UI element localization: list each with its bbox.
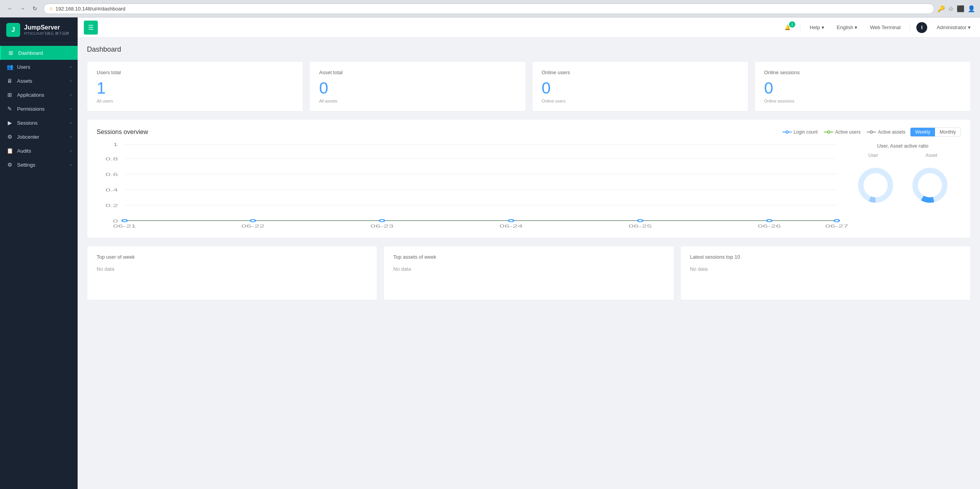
legend-active-assets-label: Active assets bbox=[878, 129, 905, 135]
sessions-chevron-icon: › bbox=[70, 121, 71, 125]
weekly-button[interactable]: Weekly bbox=[911, 128, 935, 136]
sidebar-item-sessions[interactable]: ▶ Sessions › bbox=[0, 116, 78, 130]
sidebar-label-sessions: Sessions bbox=[17, 120, 38, 126]
sidebar-label-jobcenter: Jobcenter bbox=[17, 134, 39, 140]
applications-nav-icon: ⊞ bbox=[6, 92, 13, 98]
terminal-label: Web Terminal bbox=[870, 24, 900, 30]
help-menu[interactable]: Help ▾ bbox=[807, 23, 827, 32]
svg-text:0.4: 0.4 bbox=[106, 188, 118, 192]
security-warning: ⚠ bbox=[49, 6, 53, 11]
account-icon[interactable]: 👤 bbox=[968, 5, 975, 12]
content-area: ☰ 🔔 1 Help ▾ English ▾ Web Terminal bbox=[78, 17, 980, 489]
stat-sub-users-total: All users bbox=[97, 99, 293, 103]
sidebar-logo: J JumpServer FIT2CLOUD飞致云 旗下品牌 bbox=[0, 17, 78, 43]
top-header: ☰ 🔔 1 Help ▾ English ▾ Web Terminal bbox=[78, 17, 980, 38]
svg-point-21 bbox=[509, 219, 514, 222]
svg-point-24 bbox=[834, 219, 840, 222]
sidebar-item-assets[interactable]: 🖥 Assets › bbox=[0, 74, 78, 88]
user-donut-chart bbox=[856, 166, 895, 205]
sidebar-item-settings[interactable]: ⚙ Settings › bbox=[0, 158, 78, 172]
svg-text:0: 0 bbox=[113, 219, 118, 223]
page-title: Dashboard bbox=[87, 45, 971, 54]
bottom-card-latest-sessions: Latest sessions top 10 No data bbox=[680, 246, 971, 300]
help-label: Help bbox=[810, 24, 820, 30]
sidebar-label-applications: Applications bbox=[17, 92, 44, 98]
extensions-icon[interactable]: ⬛ bbox=[957, 5, 964, 12]
ratio-labels: User Asset bbox=[845, 153, 961, 158]
divider-1 bbox=[800, 24, 800, 31]
user-ratio-label: User bbox=[868, 153, 878, 158]
sidebar-item-dashboard[interactable]: ⊞ Dashboard › bbox=[0, 46, 78, 60]
web-terminal-button[interactable]: Web Terminal bbox=[867, 23, 904, 32]
logo-sub: FIT2CLOUD飞致云 旗下品牌 bbox=[24, 31, 69, 36]
stat-card-online-sessions: Online sessions 0 Online sessions bbox=[755, 61, 971, 111]
address-bar[interactable]: ⚠ 192.168.10.148/ui/#/dashboard bbox=[43, 3, 934, 14]
svg-text:06-21: 06-21 bbox=[113, 224, 136, 228]
language-menu[interactable]: English ▾ bbox=[834, 23, 861, 32]
sidebar-item-applications[interactable]: ⊞ Applications › bbox=[0, 88, 78, 102]
audits-nav-icon: 📋 bbox=[6, 148, 13, 154]
logo-icon: J bbox=[6, 23, 20, 37]
user-menu[interactable]: Administrator ▾ bbox=[933, 23, 974, 32]
sidebar-label-settings: Settings bbox=[17, 162, 35, 168]
browser-chrome: ← → ↻ ⚠ 192.168.10.148/ui/#/dashboard 🔑 … bbox=[0, 0, 980, 17]
bottom-cards: Top user of week No data Top assets of w… bbox=[87, 246, 971, 300]
legend-active-users-label: Active users bbox=[835, 129, 860, 135]
app-container: J JumpServer FIT2CLOUD飞致云 旗下品牌 ⊞ Dashboa… bbox=[0, 17, 980, 489]
donut-charts bbox=[845, 162, 961, 209]
svg-text:06-27: 06-27 bbox=[825, 224, 848, 228]
logo-name: JumpServer bbox=[24, 24, 69, 31]
svg-point-18 bbox=[122, 219, 127, 222]
user-label: Administrator bbox=[937, 24, 966, 30]
sidebar: J JumpServer FIT2CLOUD飞致云 旗下品牌 ⊞ Dashboa… bbox=[0, 17, 78, 489]
sidebar-label-dashboard: Dashboard bbox=[18, 50, 43, 56]
svg-text:1: 1 bbox=[113, 142, 118, 147]
nav-left-assets: 🖥 Assets bbox=[6, 78, 32, 84]
nav-left-jobcenter: ⚙ Jobcenter bbox=[6, 134, 39, 140]
audits-chevron-icon: › bbox=[70, 149, 71, 153]
sessions-nav-icon: ▶ bbox=[6, 120, 13, 126]
monthly-button[interactable]: Monthly bbox=[935, 128, 961, 136]
users-chevron-icon: › bbox=[70, 65, 71, 69]
sessions-title: Sessions overview bbox=[97, 129, 148, 136]
stat-value-online-users: 0 bbox=[542, 80, 739, 96]
stat-title-online-sessions: Online sessions bbox=[764, 70, 961, 75]
applications-chevron-icon: › bbox=[70, 93, 71, 97]
svg-point-5 bbox=[870, 131, 872, 133]
star-icon[interactable]: ☆ bbox=[948, 5, 954, 12]
stat-value-asset-total: 0 bbox=[319, 80, 516, 96]
notifications-button[interactable]: 🔔 1 bbox=[781, 23, 794, 32]
line-chart: 0 0.2 0.4 0.6 0.8 1 bbox=[97, 143, 837, 230]
svg-point-1 bbox=[786, 131, 788, 133]
svg-point-19 bbox=[250, 219, 255, 222]
forward-button[interactable]: → bbox=[17, 3, 28, 14]
logo-text: JumpServer FIT2CLOUD飞致云 旗下品牌 bbox=[24, 24, 69, 36]
jobcenter-nav-icon: ⚙ bbox=[6, 134, 13, 140]
divider-2 bbox=[910, 24, 910, 31]
sidebar-item-jobcenter[interactable]: ⚙ Jobcenter › bbox=[0, 130, 78, 144]
svg-point-20 bbox=[380, 219, 385, 222]
stat-value-users-total: 1 bbox=[97, 80, 293, 96]
legend-active-assets: Active assets bbox=[867, 129, 905, 135]
chart-legend: Login count Active users Active assets bbox=[782, 129, 905, 135]
svg-text:06-22: 06-22 bbox=[241, 224, 265, 228]
svg-point-23 bbox=[767, 219, 772, 222]
stat-card-online-users: Online users 0 Online users bbox=[532, 61, 748, 111]
reload-button[interactable]: ↻ bbox=[29, 3, 40, 14]
menu-toggle[interactable]: ☰ bbox=[84, 21, 98, 35]
back-button[interactable]: ← bbox=[5, 3, 16, 14]
sidebar-item-audits[interactable]: 📋 Audits › bbox=[0, 144, 78, 158]
nav-left-permissions: ✎ Permissions bbox=[6, 106, 45, 112]
sessions-controls: Login count Active users Active assets bbox=[782, 127, 961, 137]
url-text: 192.168.10.148/ui/#/dashboard bbox=[56, 6, 125, 12]
no-data-top-user-week: No data bbox=[97, 266, 368, 272]
sidebar-item-permissions[interactable]: ✎ Permissions › bbox=[0, 102, 78, 116]
dashboard-nav-icon: ⊞ bbox=[7, 50, 14, 56]
stat-sub-asset-total: All assets bbox=[319, 99, 516, 103]
ratio-title: User, Asset active ratio bbox=[845, 143, 961, 149]
language-label: English bbox=[837, 24, 853, 30]
stat-title-online-users: Online users bbox=[542, 70, 739, 75]
sidebar-label-permissions: Permissions bbox=[17, 106, 45, 112]
nav-left-sessions: ▶ Sessions bbox=[6, 120, 38, 126]
sidebar-item-users[interactable]: 👥 Users › bbox=[0, 60, 78, 74]
